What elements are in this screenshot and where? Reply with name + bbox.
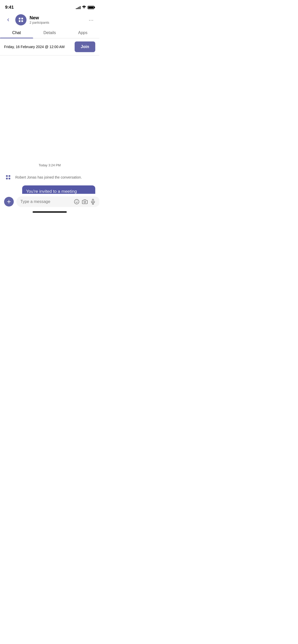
header-info: New 2 participants [30,15,84,24]
battery-icon [88,6,94,9]
meeting-date: Friday, 16 February 2024 @ 12:00 AM [4,45,72,49]
svg-rect-4 [21,20,23,22]
header-subtitle: 2 participants [30,21,84,24]
svg-rect-5 [6,175,8,177]
system-message: Robert Jonas has joined the conversation… [4,172,95,182]
header: New 2 participants ··· [0,12,99,27]
signal-icon [76,6,80,9]
svg-point-0 [84,8,85,9]
tab-details[interactable]: Details [33,27,66,38]
system-message-text: Robert Jonas has joined the conversation… [15,175,82,179]
more-options-button[interactable]: ··· [87,16,95,24]
messages-list: Today 3:24 PM Robert Jonas has joined th… [0,55,99,215]
tab-apps[interactable]: Apps [66,27,99,38]
emoji-icon[interactable] [74,199,79,204]
svg-rect-2 [21,18,23,19]
svg-point-16 [84,201,86,203]
svg-rect-7 [6,178,8,180]
back-button[interactable] [4,16,12,24]
svg-rect-1 [19,18,20,19]
system-icon [4,173,12,181]
status-icons [76,6,94,9]
message-timestamp: Today 3:24 PM [4,163,95,167]
camera-icon[interactable] [82,199,88,204]
home-indicator [33,211,67,213]
add-button[interactable] [4,197,14,207]
status-bar: 9:41 [0,0,99,12]
wifi-icon [82,6,86,9]
microphone-icon[interactable] [90,199,96,204]
svg-rect-3 [19,20,20,22]
join-button[interactable]: Join [75,41,95,52]
meeting-banner: Friday, 16 February 2024 @ 12:00 AM Join [0,38,99,55]
svg-point-13 [74,199,79,204]
svg-rect-8 [9,178,10,180]
header-title: New [30,15,84,21]
avatar [15,14,26,25]
chat-area: Today 3:24 PM Robert Jonas has joined th… [0,55,99,215]
svg-rect-6 [9,175,10,177]
message-input-wrapper [16,196,99,207]
status-time: 9:41 [5,5,14,10]
message-input[interactable] [20,199,71,204]
tab-chat[interactable]: Chat [0,27,33,38]
tabs: Chat Details Apps [0,27,99,38]
